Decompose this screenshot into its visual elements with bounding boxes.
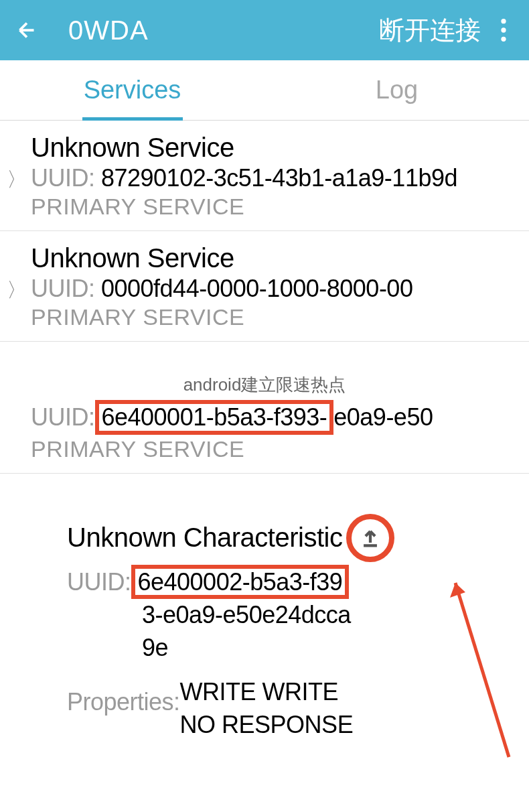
back-icon[interactable]: [12, 15, 42, 45]
tab-bar: Services Log: [0, 60, 529, 121]
service-uuid: UUID: 87290102-3c51-43b1-a1a9-11b9d: [31, 164, 522, 192]
service-item[interactable]: 〉 Unknown Service UUID: 0000fd44-0000-10…: [0, 231, 529, 342]
chevron-right-icon[interactable]: 〉: [7, 133, 31, 194]
page-title: 0WDA: [68, 15, 379, 46]
upload-icon[interactable]: [346, 514, 394, 562]
characteristic-properties: Properties: WRITE WRITE NO RESPONSE: [67, 676, 522, 741]
service-name: Unknown Service: [31, 133, 522, 163]
tab-log[interactable]: Log: [264, 60, 529, 120]
characteristic-name: Unknown Characteristic: [67, 523, 342, 553]
service-type: PRIMARY SERVICE: [31, 194, 522, 220]
characteristic-uuid: UUID:6e400002-b5a3-f39 3-e0a9-e50e24dcca…: [67, 565, 522, 665]
svg-point-1: [501, 27, 506, 32]
watermark-text: android建立限速热点: [0, 370, 529, 399]
service-name: Unknown Service: [31, 243, 522, 273]
service-type: PRIMARY SERVICE: [31, 436, 522, 462]
uuid-highlight: 6e400002-b5a3-f39: [131, 565, 350, 600]
svg-point-0: [501, 19, 506, 23]
service-uuid: UUID:6e400001-b5a3-f393-e0a9-e50: [31, 400, 522, 435]
svg-point-2: [501, 37, 506, 42]
uuid-highlight: 6e400001-b5a3-f393-: [95, 400, 334, 435]
characteristic-item[interactable]: Unknown Characteristic UUID:6e400002-b5a…: [0, 474, 529, 742]
disconnect-button[interactable]: 断开连接: [379, 13, 481, 48]
more-icon[interactable]: [490, 15, 517, 45]
app-header: 0WDA 断开连接: [0, 0, 529, 60]
chevron-right-icon[interactable]: 〉: [7, 243, 31, 304]
service-item[interactable]: 〉 Unknown Service UUID:6e400001-b5a3-f39…: [0, 342, 529, 474]
service-item[interactable]: 〉 Unknown Service UUID: 87290102-3c51-43…: [0, 121, 529, 231]
tab-services[interactable]: Services: [0, 60, 264, 120]
service-uuid: UUID: 0000fd44-0000-1000-8000-00: [31, 275, 522, 303]
service-type: PRIMARY SERVICE: [31, 304, 522, 330]
